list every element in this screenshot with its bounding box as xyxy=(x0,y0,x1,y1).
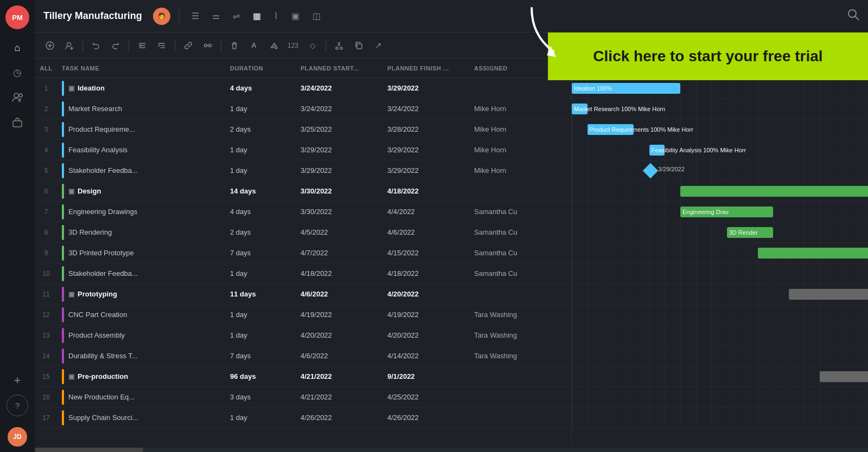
color-indicator xyxy=(62,287,64,302)
user-avatar[interactable]: JD xyxy=(8,427,27,447)
horizontal-scrollbar[interactable] xyxy=(35,448,868,452)
group-collapse-icon[interactable]: ▣ xyxy=(68,188,74,195)
link-button[interactable] xyxy=(180,37,197,54)
table-row[interactable]: 17 Supply Chain Sourci... 1 day 4/26/202… xyxy=(35,408,571,428)
row-number: 8 xyxy=(35,229,58,236)
row-start: 3/24/2022 xyxy=(296,84,383,92)
gantt-milestone-label: 3/29/2022 xyxy=(658,166,685,172)
undo-button[interactable] xyxy=(87,37,105,54)
toolbar-sep-3 xyxy=(175,39,175,52)
scrollbar-thumb[interactable] xyxy=(35,448,143,452)
table-row[interactable]: 2 Market Research 1 day 3/24/2022 3/24/2… xyxy=(35,99,571,119)
sidebar-item-home[interactable]: ⌂ xyxy=(7,37,28,59)
row-assigned: Tara Washing xyxy=(470,331,572,339)
row-task-name: Feasibility Analysis xyxy=(58,143,226,158)
svg-line-4 xyxy=(855,16,859,20)
diamond-button[interactable]: ◇ xyxy=(304,37,321,54)
svg-point-22 xyxy=(340,47,342,49)
table-row[interactable]: 14 Durability & Stress T... 7 days 4/6/2… xyxy=(35,346,571,366)
topbar-separator-1 xyxy=(179,10,180,23)
col-header-task-name: TASK NAME xyxy=(58,65,226,72)
indent-right-button[interactable] xyxy=(153,37,170,54)
gantt-row xyxy=(572,263,868,284)
svg-point-3 xyxy=(848,10,856,17)
task-name-text: Durability & Stress T... xyxy=(68,352,138,360)
paste-button[interactable]: ↗ xyxy=(369,37,387,54)
add-task-button[interactable] xyxy=(41,37,59,54)
table-row[interactable]: 1 ▣ Ideation 4 days 3/24/2022 3/29/2022 xyxy=(35,78,571,99)
group-collapse-icon[interactable]: ▣ xyxy=(68,290,74,298)
view-split-icon[interactable]: ⇌ xyxy=(229,9,243,23)
gantt-bar-label: Feasibility Analysis 100% Mike Horr xyxy=(652,147,746,153)
copy-button[interactable] xyxy=(350,37,367,54)
gantt-row xyxy=(572,408,868,428)
sidebar-item-add[interactable]: + xyxy=(7,370,28,391)
row-duration: 7 days xyxy=(226,249,296,257)
table-row[interactable]: 8 3D Rendering 2 days 4/5/2022 4/6/2022 … xyxy=(35,222,571,243)
sidebar: PM ⌂ ◷ + ? JD xyxy=(0,0,35,452)
table-row[interactable]: 6 ▣ Design 14 days 3/30/2022 4/18/2022 xyxy=(35,181,571,202)
dependency-button[interactable] xyxy=(199,37,216,54)
table-row[interactable]: 11 ▣ Prototyping 11 days 4/6/2022 4/20/2… xyxy=(35,284,571,305)
row-start: 4/7/2022 xyxy=(296,249,383,257)
color-indicator xyxy=(62,410,64,425)
color-indicator xyxy=(62,246,64,261)
search-icon[interactable] xyxy=(847,9,859,23)
row-duration: 1 day xyxy=(226,414,296,422)
task-name-text: Prototyping xyxy=(78,290,117,298)
indent-left-button[interactable] xyxy=(133,37,151,54)
row-task-name: ▣ Prototyping xyxy=(58,287,226,302)
sidebar-item-clock[interactable]: ◷ xyxy=(7,62,28,83)
redo-button[interactable] xyxy=(107,37,124,54)
paint-bucket-button[interactable] xyxy=(265,37,282,54)
task-name-text: Market Research xyxy=(68,105,122,113)
view-file-icon[interactable]: ◫ xyxy=(309,9,324,23)
cut-button[interactable] xyxy=(330,37,348,54)
table-row[interactable]: 13 Product Assembly 1 day 4/20/2022 4/20… xyxy=(35,325,571,346)
group-collapse-icon[interactable]: ▣ xyxy=(68,85,74,92)
color-indicator xyxy=(62,225,64,240)
gantt-row: Feasibility Analysis 100% Mike Horr xyxy=(572,140,868,160)
delete-button[interactable] xyxy=(226,37,243,54)
view-columns-icon[interactable]: ⚌ xyxy=(209,9,223,23)
view-chart-icon[interactable]: ⌇ xyxy=(271,9,282,23)
sidebar-item-people[interactable] xyxy=(7,87,28,108)
svg-rect-2 xyxy=(13,121,22,127)
row-assigned: Mike Horn xyxy=(470,105,572,113)
project-avatar: 🧑 xyxy=(153,8,170,25)
color-indicator xyxy=(62,390,64,405)
row-assigned: Mike Horn xyxy=(470,146,572,154)
topbar-right xyxy=(847,9,859,23)
table-row[interactable]: 4 Feasibility Analysis 1 day 3/29/2022 3… xyxy=(35,140,571,160)
table-row[interactable]: 9 3D Printed Prototype 7 days 4/7/2022 4… xyxy=(35,243,571,263)
view-calendar-icon[interactable]: ▣ xyxy=(288,9,303,23)
table-headers: ALL TASK NAME DURATION PLANNED START... … xyxy=(35,59,571,78)
toolbar-sep-1 xyxy=(82,39,83,52)
group-collapse-icon[interactable]: ▣ xyxy=(68,373,74,380)
row-number: 12 xyxy=(35,311,58,319)
sidebar-item-help[interactable]: ? xyxy=(7,395,28,416)
add-user-button[interactable] xyxy=(61,37,78,54)
task-name-text: Stakeholder Feedba... xyxy=(68,269,138,277)
row-duration: 1 day xyxy=(226,146,296,154)
table-row[interactable]: 10 Stakeholder Feedba... 1 day 4/18/2022… xyxy=(35,263,571,284)
row-finish: 3/29/2022 xyxy=(383,166,470,175)
row-start: 3/25/2022 xyxy=(296,125,383,133)
color-indicator xyxy=(62,184,64,199)
table-row[interactable]: 5 Stakeholder Feedba... 1 day 3/29/2022 … xyxy=(35,160,571,181)
row-duration: 11 days xyxy=(226,290,296,298)
table-row[interactable]: 15 ▣ Pre-production 96 days 4/21/2022 9/… xyxy=(35,366,571,387)
table-row[interactable]: 16 New Production Eq... 3 days 4/21/2022… xyxy=(35,387,571,408)
table-row[interactable]: 3 Product Requireme... 2 days 3/25/2022 … xyxy=(35,119,571,140)
gantt-bar-label: Market Research 100% Mike Horn xyxy=(574,106,665,112)
row-duration: 1 day xyxy=(226,311,296,319)
table-row[interactable]: 12 CNC Part Creation 1 day 4/19/2022 4/1… xyxy=(35,305,571,325)
number-format-button[interactable]: 123 xyxy=(284,37,302,54)
sidebar-item-briefcase[interactable] xyxy=(7,112,28,133)
view-gantt-icon[interactable]: ▦ xyxy=(250,9,264,23)
text-format-button[interactable]: A xyxy=(245,37,263,54)
table-row[interactable]: 7 Engineering Drawings 4 days 3/30/2022 … xyxy=(35,202,571,222)
color-indicator xyxy=(62,369,64,384)
view-list-icon[interactable]: ☰ xyxy=(188,9,202,23)
cta-banner[interactable]: Click here to start your free trial xyxy=(548,33,868,80)
